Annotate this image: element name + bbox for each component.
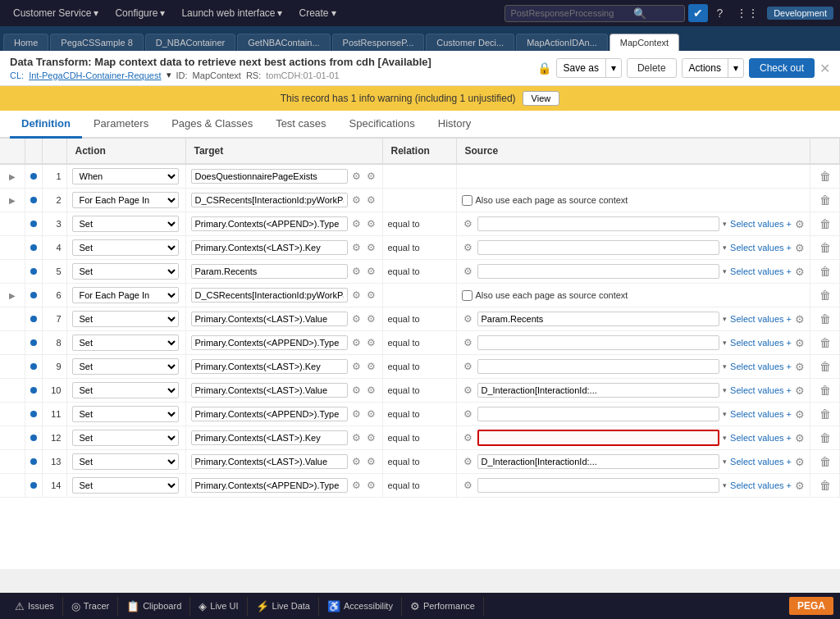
delete-row-icon[interactable]: 🗑 <box>816 287 834 303</box>
status-accessibility[interactable]: ♿ Accessibility <box>319 597 402 616</box>
delete-row-icon[interactable]: 🗑 <box>816 430 834 446</box>
target-gear-icon[interactable]: ⚙ <box>350 361 363 372</box>
target-settings-icon[interactable]: ⚙ <box>365 218 377 230</box>
source-input[interactable] <box>477 264 720 279</box>
select-values-button[interactable]: Select values + <box>730 243 792 253</box>
target-settings-icon[interactable]: ⚙ <box>365 337 377 348</box>
action-select[interactable]: Set <box>72 477 179 494</box>
nav-create[interactable]: Create ▾ <box>292 4 342 22</box>
delete-row-icon[interactable]: 🗑 <box>816 192 834 208</box>
tab-parameters[interactable]: Parameters <box>82 111 160 139</box>
source-gear-icon[interactable]: ⚙ <box>462 337 474 348</box>
search-icon[interactable]: 🔍 <box>633 7 646 20</box>
status-tracer[interactable]: ◎ Tracer <box>63 597 118 616</box>
source-gear-icon[interactable]: ⚙ <box>462 385 474 396</box>
tab-pages-classes[interactable]: Pages & Classes <box>160 111 264 139</box>
tab-specifications[interactable]: Specifications <box>338 111 427 139</box>
target-settings-icon[interactable]: ⚙ <box>365 289 377 301</box>
delete-row-icon[interactable]: 🗑 <box>816 263 834 280</box>
target-input[interactable] <box>191 169 348 184</box>
source-settings-icon[interactable]: ⚙ <box>795 266 805 278</box>
delete-row-icon[interactable]: 🗑 <box>816 239 834 256</box>
source-input[interactable] <box>477 454 720 469</box>
source-dropdown-icon[interactable]: ▾ <box>723 339 727 347</box>
delete-row-icon[interactable]: 🗑 <box>816 311 834 327</box>
action-select[interactable]: Set <box>72 430 179 446</box>
target-input[interactable] <box>191 383 348 398</box>
source-dropdown-icon[interactable]: ▾ <box>723 434 727 442</box>
target-settings-icon[interactable]: ⚙ <box>365 266 377 277</box>
close-icon[interactable]: ✕ <box>819 61 830 76</box>
delete-row-icon[interactable]: 🗑 <box>816 477 834 494</box>
source-dropdown-icon[interactable]: ▾ <box>723 315 727 323</box>
tab-postresponsep[interactable]: PostResponseP... <box>332 34 425 51</box>
select-values-button[interactable]: Select values + <box>730 314 792 324</box>
target-input[interactable] <box>191 335 348 350</box>
source-checkbox[interactable] <box>462 290 472 301</box>
source-settings-icon[interactable]: ⚙ <box>795 361 805 373</box>
delete-row-icon[interactable]: 🗑 <box>816 335 834 351</box>
tab-mapactionidan[interactable]: MapActionIDAn... <box>516 34 608 51</box>
select-values-button[interactable]: Select values + <box>730 385 792 395</box>
delete-row-icon[interactable]: 🗑 <box>816 168 834 184</box>
expand-arrow[interactable]: ▶ <box>9 196 16 205</box>
nav-customer-service[interactable]: Customer Service ▾ <box>7 4 105 22</box>
source-dropdown-icon[interactable]: ▾ <box>723 410 727 418</box>
action-select[interactable]: Set <box>72 239 179 256</box>
target-settings-icon[interactable]: ⚙ <box>365 480 377 491</box>
target-gear-icon[interactable]: ⚙ <box>350 432 363 444</box>
target-gear-icon[interactable]: ⚙ <box>350 194 363 206</box>
tab-home[interactable]: Home <box>3 34 48 51</box>
nav-configure[interactable]: Configure ▾ <box>108 4 171 22</box>
source-input[interactable] <box>477 312 720 326</box>
delete-row-icon[interactable]: 🗑 <box>816 216 834 232</box>
target-input[interactable] <box>191 478 348 493</box>
select-values-button[interactable]: Select values + <box>730 433 792 443</box>
target-settings-icon[interactable]: ⚙ <box>365 171 377 182</box>
target-settings-icon[interactable]: ⚙ <box>365 361 377 372</box>
tab-customerdeci[interactable]: Customer Deci... <box>426 34 514 51</box>
action-select[interactable]: Set <box>72 358 179 375</box>
action-select[interactable]: Set <box>72 335 179 351</box>
target-gear-icon[interactable]: ⚙ <box>350 408 363 420</box>
target-gear-icon[interactable]: ⚙ <box>350 218 363 230</box>
target-input[interactable] <box>191 312 348 326</box>
action-select[interactable]: Set <box>72 311 179 327</box>
source-settings-icon[interactable]: ⚙ <box>795 432 805 444</box>
target-gear-icon[interactable]: ⚙ <box>350 385 363 396</box>
source-gear-icon[interactable]: ⚙ <box>462 266 474 277</box>
select-values-button[interactable]: Select values + <box>730 266 792 276</box>
source-gear-icon[interactable]: ⚙ <box>462 408 474 420</box>
source-dropdown-icon[interactable]: ▾ <box>723 457 727 466</box>
target-gear-icon[interactable]: ⚙ <box>350 289 363 301</box>
source-dropdown-icon[interactable]: ▾ <box>723 386 727 394</box>
source-gear-icon[interactable]: ⚙ <box>462 361 474 372</box>
source-dropdown-icon[interactable]: ▾ <box>723 481 727 489</box>
source-settings-icon[interactable]: ⚙ <box>795 480 805 492</box>
source-settings-icon[interactable]: ⚙ <box>795 385 805 397</box>
select-values-button[interactable]: Select values + <box>730 480 792 490</box>
action-select[interactable]: For Each Page In <box>72 287 179 303</box>
source-dropdown-icon[interactable]: ▾ <box>723 267 727 275</box>
action-select[interactable]: Set <box>72 382 179 398</box>
status-live-ui[interactable]: ◈ Live UI <box>190 597 247 616</box>
target-gear-icon[interactable]: ⚙ <box>350 242 363 253</box>
status-issues[interactable]: ⚠ Issues <box>7 597 63 616</box>
source-dropdown-icon[interactable]: ▾ <box>723 220 727 228</box>
source-input[interactable] <box>477 240 720 255</box>
target-input[interactable] <box>191 264 348 279</box>
source-settings-icon[interactable]: ⚙ <box>795 218 805 230</box>
source-settings-icon[interactable]: ⚙ <box>795 313 805 325</box>
tab-definition[interactable]: Definition <box>10 111 82 139</box>
target-settings-icon[interactable]: ⚙ <box>365 313 377 325</box>
target-settings-icon[interactable]: ⚙ <box>365 432 377 444</box>
target-input[interactable] <box>191 240 348 255</box>
target-input[interactable] <box>191 193 348 207</box>
expand-arrow[interactable]: ▶ <box>9 291 16 300</box>
select-values-button[interactable]: Select values + <box>730 409 792 419</box>
source-settings-icon[interactable]: ⚙ <box>795 456 805 468</box>
target-input[interactable] <box>191 407 348 421</box>
target-gear-icon[interactable]: ⚙ <box>350 266 363 277</box>
source-gear-icon[interactable]: ⚙ <box>462 313 474 325</box>
confirm-button[interactable]: ✔ <box>688 4 708 22</box>
